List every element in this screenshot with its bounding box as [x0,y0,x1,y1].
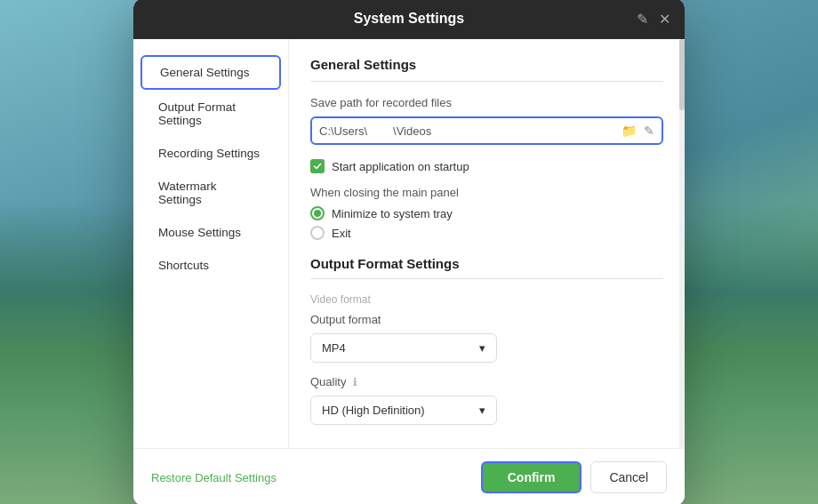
sidebar-item-general[interactable]: General Settings [140,55,281,90]
confirm-button[interactable]: Confirm [481,461,582,493]
quality-select[interactable]: HD (High Definition) ▾ [310,396,497,425]
output-format-value: MP4 [322,341,346,355]
settings-modal: System Settings ✎ ✕ General Settings Out… [133,0,685,504]
sidebar-item-output-format[interactable]: Output Format Settings [140,92,281,136]
quality-value: HD (High Definition) [322,404,425,417]
content-area: General Settings Save path for recorded … [289,39,685,448]
sidebar: General Settings Output Format Settings … [133,39,289,448]
chevron-down-icon-quality: ▾ [479,404,485,417]
modal-footer: Restore Default Settings Confirm Cancel [133,448,685,504]
exit-radio[interactable] [310,226,325,240]
content-wrapper: General Settings Save path for recorded … [289,39,685,448]
minimize-label: Minimize to system tray [332,207,453,220]
video-format-label: Video format [310,293,663,306]
folder-icon[interactable]: 📁 [622,124,637,138]
sidebar-item-shortcuts[interactable]: Shortcuts [140,250,281,281]
exit-radio-row: Exit [310,226,663,240]
minimize-radio-row: Minimize to system tray [310,206,663,220]
exit-label: Exit [332,227,351,240]
output-format-label: Output format [310,313,663,326]
modal-body: General Settings Output Format Settings … [133,39,685,448]
chevron-down-icon: ▾ [479,341,485,355]
scrollbar-thumb[interactable] [679,39,685,110]
startup-row: Start application on startup [310,159,663,173]
sidebar-item-recording[interactable]: Recording Settings [140,138,281,169]
output-format-select[interactable]: MP4 ▾ [310,333,497,363]
sidebar-item-watermark[interactable]: Watermark Settings [140,171,281,215]
close-icon[interactable]: ✕ [659,11,670,28]
footer-buttons: Confirm Cancel [481,461,667,493]
modal-title: System Settings [354,11,464,27]
restore-defaults-button[interactable]: Restore Default Settings [151,471,277,484]
general-settings-title: General Settings [310,57,663,72]
header-actions: ✎ ✕ [637,11,670,28]
cancel-button[interactable]: Cancel [590,461,667,493]
save-path-label: Save path for recorded files [310,96,663,109]
divider-2 [310,278,663,279]
modal-header: System Settings ✎ ✕ [133,0,685,39]
scrollbar-track[interactable] [679,39,685,448]
sidebar-item-mouse[interactable]: Mouse Settings [140,217,281,248]
quality-label: Quality ℹ [310,375,663,388]
quality-info-icon: ℹ [353,376,357,388]
output-format-title: Output Format Settings [310,256,663,271]
edit-path-icon[interactable]: ✎ [644,124,654,138]
save-path-input-row[interactable]: 📁 ✎ [310,116,663,145]
edit-icon[interactable]: ✎ [637,11,648,28]
startup-checkbox[interactable] [310,159,325,173]
save-path-input[interactable] [319,124,614,138]
closing-panel-label: When closing the main panel [310,186,663,199]
minimize-radio[interactable] [310,206,325,220]
divider-1 [310,81,663,82]
startup-label: Start application on startup [332,160,469,173]
